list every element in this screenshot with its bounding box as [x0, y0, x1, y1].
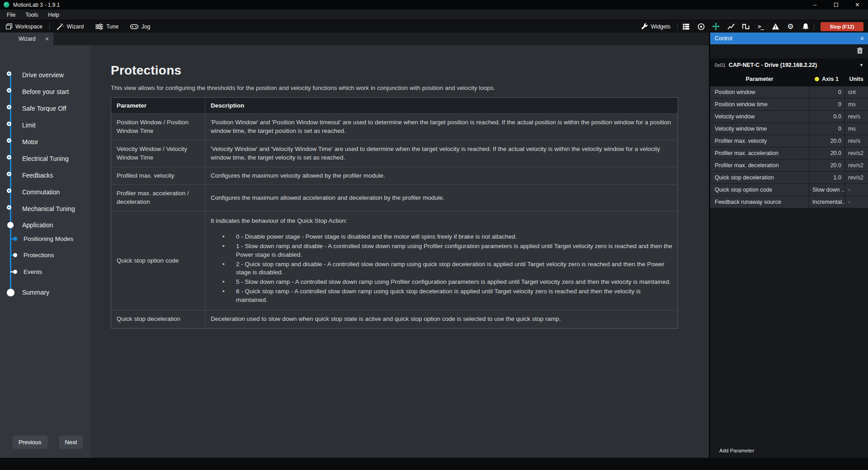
- parameter-name: Position window time: [710, 99, 809, 110]
- wrench-icon: [641, 23, 648, 30]
- minimize-button[interactable]: –: [804, 0, 826, 9]
- bell-icon: [802, 23, 809, 30]
- drive-id: 0x01: [715, 62, 726, 68]
- parameter-cell: Profiled max. velocity: [111, 167, 205, 185]
- step-label: Mechanical Tuning: [22, 205, 75, 212]
- sidebar-item-before-your-start[interactable]: Before your start: [0, 86, 90, 98]
- parameter-value[interactable]: 20.0: [809, 147, 844, 159]
- workspace-area: Wizard × Previous Next Drive overviewBef…: [0, 33, 868, 458]
- sidebar-item-commutation[interactable]: Commutation: [0, 186, 90, 198]
- tab-wizard[interactable]: Wizard ×: [0, 33, 53, 45]
- next-button[interactable]: Next: [59, 436, 83, 449]
- registers-table-button[interactable]: [679, 20, 693, 33]
- parameter-value[interactable]: 20.0: [809, 160, 844, 171]
- parameter-value[interactable]: 0: [809, 86, 844, 98]
- parameter-value[interactable]: Slow down ...: [809, 184, 844, 196]
- console-icon: >_: [758, 24, 763, 30]
- sidebar-item-application[interactable]: Application: [0, 219, 90, 231]
- widgets-label: Widgets: [651, 24, 670, 30]
- motion-move-button[interactable]: [708, 20, 723, 33]
- console-button[interactable]: >_: [753, 20, 768, 33]
- toolbar-separator: [814, 23, 814, 30]
- parameter-name: Velocity window: [710, 111, 809, 122]
- maximize-button[interactable]: [826, 0, 847, 9]
- table-row: Quick stop option codeIt indicates the b…: [111, 212, 678, 310]
- parameter-value[interactable]: 0: [809, 99, 844, 110]
- table-row: Velocity Window / Velocity Window Time'V…: [111, 140, 678, 167]
- sidebar-item-electrical-tuning[interactable]: Electrical Tuning: [0, 153, 90, 164]
- control-panel-close-icon[interactable]: ×: [860, 35, 864, 42]
- description-cell: 'Position Window' and 'Position Window t…: [205, 114, 678, 141]
- trash-button[interactable]: [857, 47, 863, 56]
- drive-name: CAP-NET-C - Drive (192.168.2.22): [729, 62, 856, 68]
- widgets-button[interactable]: Widgets: [635, 20, 676, 33]
- parameter-units: -: [844, 184, 868, 196]
- parameter-units: rev/s2: [844, 147, 868, 159]
- tune-label: Tune: [106, 24, 118, 30]
- sidebar-item-summary[interactable]: Summary: [0, 287, 90, 298]
- warning-button[interactable]: [768, 20, 783, 33]
- parameter-row: Velocity window time0ms: [710, 123, 868, 135]
- sidebar-item-protections[interactable]: Protections: [0, 249, 90, 261]
- step-label: Before your start: [22, 88, 69, 95]
- sidebar-item-events[interactable]: Events: [0, 266, 90, 277]
- step-label: Drive overview: [22, 71, 64, 79]
- description-cell: Configures the maximum velocity allowed …: [205, 167, 678, 185]
- header-axis-label: Axis 1: [822, 76, 839, 82]
- workspace-button[interactable]: Workspace: [0, 20, 48, 33]
- signal-wave-button[interactable]: [738, 20, 753, 33]
- title-bar: MotionLab 3 - 1.9.1 – ✕: [0, 0, 868, 9]
- tab-close-icon[interactable]: ×: [45, 36, 49, 42]
- sidebar-item-feedbacks[interactable]: Feedbacks: [0, 169, 90, 181]
- add-parameter-button[interactable]: Add Parameter: [719, 448, 754, 453]
- menu-item-tools[interactable]: Tools: [20, 9, 43, 20]
- close-button[interactable]: ✕: [847, 0, 868, 9]
- stop-button[interactable]: Stop (F12): [821, 22, 863, 31]
- jog-button[interactable]: Jog: [124, 20, 156, 33]
- scope-chart-button[interactable]: [723, 20, 738, 33]
- sidebar-item-limit[interactable]: Limit: [0, 119, 90, 131]
- step-label: Events: [24, 268, 42, 275]
- parameter-table-header: Parameter Axis 1 Units: [710, 72, 868, 86]
- parameter-value[interactable]: 20.0: [809, 135, 844, 147]
- parameter-value[interactable]: 1.0: [809, 172, 844, 183]
- sidebar-item-motor[interactable]: Motor: [0, 136, 90, 148]
- menu-item-file[interactable]: File: [2, 9, 20, 20]
- monitor-icon: [698, 23, 705, 30]
- previous-button[interactable]: Previous: [13, 436, 47, 449]
- tune-button[interactable]: Tune: [90, 20, 124, 33]
- step-label: Positioning Modes: [24, 235, 73, 242]
- sidebar-item-safe-torque-off[interactable]: Safe Torque Off: [0, 103, 90, 114]
- protections-table: Parameter Description Position Window / …: [111, 97, 678, 329]
- quick-stop-option: 6 - Quick stop ramp - A controlled slow …: [222, 287, 672, 304]
- gamepad-icon: [130, 24, 138, 29]
- page-subtitle: This view allows for configuring the thr…: [111, 85, 678, 91]
- sidebar-item-mechanical-tuning[interactable]: Mechanical Tuning: [0, 203, 90, 215]
- parameter-rows: Position window0cntPosition window time0…: [710, 86, 868, 208]
- toolbar-separator: [677, 23, 678, 30]
- settings-button[interactable]: ⚙: [783, 20, 798, 33]
- parameter-units: rev/s: [844, 111, 868, 122]
- parameter-name: Velocity window time: [710, 123, 809, 135]
- parameter-cell: Velocity Window / Velocity Window Time: [111, 140, 205, 167]
- parameter-cell: Position Window / Position Window Time: [111, 114, 205, 141]
- parameter-value[interactable]: Incremental...: [809, 196, 844, 208]
- wizard-button[interactable]: Wizard: [51, 20, 90, 33]
- step-dot-done: [7, 105, 11, 109]
- parameter-cell: Profiler max. acceleration / deceleratio…: [111, 185, 205, 212]
- menu-item-help[interactable]: Help: [43, 9, 64, 20]
- parameter-row: Position window0cnt: [710, 86, 868, 98]
- parameter-value[interactable]: 0.0: [809, 111, 844, 122]
- parameter-name: Position window: [710, 86, 809, 98]
- monitor-button[interactable]: [693, 20, 708, 33]
- parameter-units: cnt: [844, 86, 868, 98]
- sidebar-item-drive-overview[interactable]: Drive overview: [0, 69, 90, 81]
- drive-selector[interactable]: 0x01 CAP-NET-C - Drive (192.168.2.22) ▼: [710, 58, 868, 72]
- parameter-row: Feedback runaway sourceIncremental...-: [710, 196, 868, 208]
- sidebar-item-positioning-modes[interactable]: Positioning Modes: [0, 233, 90, 244]
- parameter-value[interactable]: 0: [809, 123, 844, 135]
- parameter-name: Quick stop option code: [710, 184, 809, 196]
- left-stack: Wizard × Previous Next Drive overviewBef…: [0, 33, 709, 458]
- notifications-button[interactable]: [798, 20, 813, 33]
- quick-stop-option: 5 - Slow down ramp - A controlled slow d…: [222, 278, 672, 286]
